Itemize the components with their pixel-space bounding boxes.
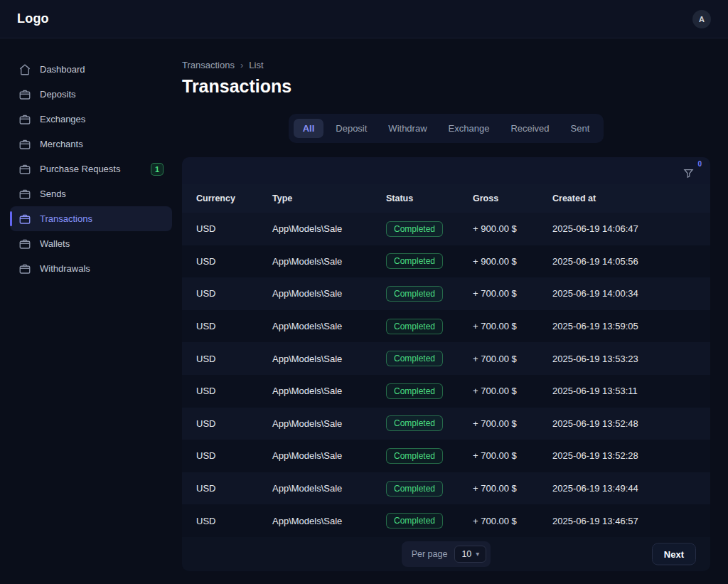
wallet-icon [18, 262, 31, 275]
sidebar-item-withdrawals[interactable]: Withdrawals [10, 256, 172, 281]
wallet-icon [18, 188, 31, 201]
sidebar-item-deposits[interactable]: Deposits [10, 82, 172, 107]
per-page-control[interactable]: Per page 10 [402, 541, 491, 567]
table-row: USD App\Models\Sale Completed + 700.00 $… [182, 504, 710, 537]
type-cell: App\Models\Sale [272, 256, 386, 267]
pagination-bar: Per page 10 Next [182, 537, 710, 571]
created-at-cell: 2025-06-19 13:52:48 [552, 418, 710, 429]
status-cell: Completed [386, 319, 473, 334]
column-header-created-at: Created at [552, 193, 710, 203]
sidebar-item-sends[interactable]: Sends [10, 181, 172, 206]
breadcrumb-transactions[interactable]: Transactions [182, 60, 235, 70]
status-badge: Completed [386, 448, 443, 464]
gross-cell: + 700.00 $ [473, 354, 552, 364]
currency-cell: USD [196, 223, 272, 234]
type-cell: App\Models\Sale [272, 418, 386, 429]
chevron-down-icon [476, 550, 479, 558]
gross-cell: + 700.00 $ [473, 386, 552, 396]
top-bar: Logo A [0, 0, 728, 38]
sidebar-item-label: Transactions [40, 213, 164, 224]
breadcrumb-separator-icon [240, 60, 243, 70]
sidebar-item-label: Merchants [40, 139, 164, 149]
page-title: Transactions [182, 76, 710, 97]
next-page-button[interactable]: Next [652, 543, 696, 565]
status-badge: Completed [386, 383, 443, 399]
sidebar-item-label: Withdrawals [40, 263, 164, 274]
tab-sent[interactable]: Sent [562, 119, 599, 138]
status-cell: Completed [386, 253, 473, 269]
sidebar-item-label: Deposits [40, 89, 164, 100]
table-row: USD App\Models\Sale Completed + 700.00 $… [182, 277, 710, 310]
created-at-cell: 2025-06-19 14:06:47 [552, 223, 710, 234]
gross-cell: + 700.00 $ [473, 288, 552, 299]
status-cell: Completed [386, 351, 473, 366]
filter-button[interactable]: 0 [683, 163, 699, 179]
tab-exchange[interactable]: Exchange [439, 119, 499, 138]
table-toolbar: 0 [182, 157, 710, 184]
status-badge: Completed [386, 351, 443, 366]
table-row: USD App\Models\Sale Completed + 700.00 $… [182, 310, 710, 343]
sidebar-item-label: Dashboard [40, 64, 164, 75]
table-row: USD App\Models\Sale Completed + 700.00 $… [182, 375, 710, 408]
created-at-cell: 2025-06-19 13:49:44 [552, 483, 710, 494]
created-at-cell: 2025-06-19 13:59:05 [552, 321, 710, 331]
table-row: USD App\Models\Sale Completed + 700.00 $… [182, 408, 710, 440]
status-badge: Completed [386, 221, 443, 237]
gross-cell: + 700.00 $ [473, 321, 552, 331]
sidebar-item-label: Purchase Requests [40, 164, 142, 174]
gross-cell: + 700.00 $ [473, 516, 552, 526]
app-logo: Logo [17, 11, 49, 26]
sidebar-item-label: Wallets [40, 238, 164, 249]
type-cell: App\Models\Sale [272, 321, 386, 331]
per-page-select[interactable]: 10 [454, 546, 486, 563]
wallet-icon [18, 88, 31, 101]
status-badge: Completed [386, 253, 443, 269]
sidebar-item-exchanges[interactable]: Exchanges [10, 107, 172, 132]
sidebar-item-wallets[interactable]: Wallets [10, 231, 172, 256]
currency-cell: USD [196, 256, 272, 267]
breadcrumb-list[interactable]: List [249, 60, 263, 70]
table-header-row: Currency Type Status Gross Created at [182, 184, 710, 213]
per-page-label: Per page [412, 549, 448, 559]
tab-withdraw[interactable]: Withdraw [379, 119, 436, 138]
tab-deposit[interactable]: Deposit [326, 119, 376, 138]
tab-all[interactable]: All [294, 119, 324, 138]
table-row: USD App\Models\Sale Completed + 900.00 $… [182, 213, 710, 245]
status-badge: Completed [386, 513, 443, 529]
created-at-cell: 2025-06-19 13:52:28 [552, 450, 710, 461]
gross-cell: + 700.00 $ [473, 418, 552, 429]
wallet-icon [18, 238, 31, 250]
per-page-value: 10 [461, 549, 471, 559]
type-cell: App\Models\Sale [272, 516, 386, 526]
created-at-cell: 2025-06-19 13:53:23 [552, 354, 710, 364]
sidebar-item-dashboard[interactable]: Dashboard [10, 57, 172, 82]
gross-cell: + 900.00 $ [473, 256, 552, 267]
status-cell: Completed [386, 221, 473, 237]
transactions-table-card: 0 Currency Type Status Gross Created at … [182, 157, 710, 571]
currency-cell: USD [196, 483, 272, 494]
status-badge: Completed [386, 286, 443, 302]
gross-cell: + 700.00 $ [473, 450, 552, 461]
status-cell: Completed [386, 448, 473, 464]
column-header-type: Type [272, 193, 386, 203]
table-row: USD App\Models\Sale Completed + 700.00 $… [182, 440, 710, 472]
status-cell: Completed [386, 415, 473, 431]
user-avatar[interactable]: A [692, 10, 711, 28]
sidebar-item-merchants[interactable]: Merchants [10, 132, 172, 156]
sidebar-item-transactions[interactable]: Transactions [10, 206, 172, 231]
column-header-gross: Gross [473, 193, 552, 203]
column-header-currency: Currency [196, 193, 272, 203]
wallet-icon [18, 213, 31, 225]
table-row: USD App\Models\Sale Completed + 900.00 $… [182, 245, 710, 278]
status-cell: Completed [386, 513, 473, 529]
currency-cell: USD [196, 386, 272, 396]
currency-cell: USD [196, 288, 272, 299]
type-cell: App\Models\Sale [272, 354, 386, 364]
transaction-type-tabs: AllDepositWithdrawExchangeReceivedSent [289, 114, 604, 143]
sidebar-item-purchase-requests[interactable]: Purchase Requests 1 [10, 156, 172, 181]
sidebar: Dashboard Deposits Exchanges Merchants P… [0, 38, 182, 584]
type-cell: App\Models\Sale [272, 450, 386, 461]
currency-cell: USD [196, 354, 272, 364]
tab-received[interactable]: Received [501, 119, 558, 138]
wallet-icon [18, 163, 31, 176]
